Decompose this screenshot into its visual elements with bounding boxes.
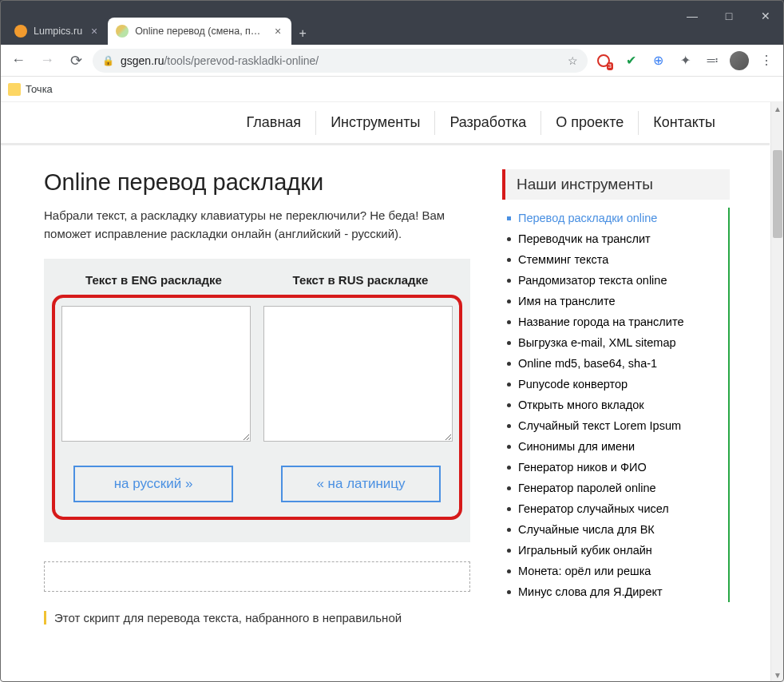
bookmarks-bar: Точка: [0, 77, 784, 102]
eng-textarea[interactable]: [61, 306, 251, 442]
sidebar-item[interactable]: Генератор случайных чисел: [502, 498, 728, 519]
favicon-icon: [14, 25, 27, 38]
scroll-down-icon[interactable]: ▼: [771, 668, 784, 682]
nav-link-dev[interactable]: Разработка: [434, 111, 540, 135]
address-bar[interactable]: 🔒 gsgen.ru/tools/perevod-raskladki-onlin…: [93, 49, 588, 73]
reload-button[interactable]: ⟳: [64, 49, 88, 73]
highlight-frame: на русский » « на латиницу: [52, 295, 462, 520]
to-russian-button[interactable]: на русский »: [73, 466, 233, 502]
eng-column-label: Текст в ENG раскладке: [50, 273, 257, 295]
back-button[interactable]: ←: [6, 49, 30, 73]
scroll-up-icon[interactable]: ▲: [771, 102, 784, 116]
sidebar-item[interactable]: Генератор ников и ФИО: [502, 457, 728, 478]
sidebar-list: Перевод раскладки onlineПереводчик на тр…: [502, 208, 730, 602]
site-nav: Главная Инструменты Разработка О проекте…: [0, 102, 770, 145]
sidebar-item[interactable]: Случайный текст Lorem Ipsum: [502, 415, 728, 436]
sidebar-item[interactable]: Название города на транслите: [502, 311, 728, 332]
sidebar-item[interactable]: Стемминг текста: [502, 249, 728, 270]
sidebar-heading: Наши инструменты: [502, 169, 730, 200]
bookmark-item[interactable]: Точка: [26, 83, 53, 95]
bookmark-star-icon[interactable]: ☆: [568, 54, 578, 67]
browser-tab[interactable]: Lumpics.ru ×: [6, 18, 108, 45]
forward-button[interactable]: →: [35, 49, 59, 73]
close-icon[interactable]: ×: [272, 26, 283, 37]
tab-title: Lumpics.ru: [34, 26, 82, 37]
sidebar-item[interactable]: Рандомизатор текста online: [502, 270, 728, 291]
page-viewport: Главная Инструменты Разработка О проекте…: [0, 102, 770, 682]
rus-column-label: Текст в RUS раскладке: [257, 273, 464, 295]
maximize-button[interactable]: □: [711, 0, 747, 32]
extension-icon[interactable]: 3: [592, 50, 615, 72]
extensions-puzzle-icon[interactable]: ✦: [674, 50, 696, 72]
page-title: Online перевод раскладки: [44, 169, 470, 196]
sidebar-item[interactable]: Перевод раскладки online: [502, 208, 728, 228]
browser-tab-strip: Lumpics.ru × Online перевод (смена, пере…: [0, 13, 784, 45]
folder-icon: [8, 83, 21, 96]
sidebar-item[interactable]: Синонимы для имени: [502, 436, 728, 457]
sidebar-item[interactable]: Случайные числа для ВК: [502, 519, 728, 540]
lock-icon: 🔒: [102, 55, 114, 66]
menu-kebab-icon[interactable]: ⋮: [755, 50, 778, 72]
sidebar-item[interactable]: Имя на транслите: [502, 291, 728, 311]
new-tab-button[interactable]: +: [291, 22, 314, 45]
footer-text: Этот скрипт для перевода текста, набранн…: [44, 611, 470, 625]
sidebar-item[interactable]: Выгрузка e-mail, XML sitemap: [502, 332, 728, 353]
url-text: gsgen.ru/tools/perevod-raskladki-online/: [121, 54, 561, 67]
lead-text: Набрали текст, а раскладку клавиатуры не…: [44, 207, 470, 243]
extension-globe-icon[interactable]: ⊕: [647, 50, 669, 72]
browser-tab-active[interactable]: Online перевод (смена, перекл ×: [108, 18, 291, 45]
sidebar-item[interactable]: Punycode конвертор: [502, 374, 728, 395]
sidebar-item[interactable]: Генератор паролей online: [502, 478, 728, 498]
browser-toolbar: ← → ⟳ 🔒 gsgen.ru/tools/perevod-raskladki…: [0, 45, 784, 77]
sidebar-item[interactable]: Монета: орёл или решка: [502, 561, 728, 581]
sidebar-item[interactable]: Открыть много вкладок: [502, 395, 728, 415]
tool-panel: Текст в ENG раскладке Текст в RUS раскла…: [44, 259, 470, 542]
tab-title: Online перевод (смена, перекл: [135, 26, 266, 37]
close-icon[interactable]: ×: [89, 26, 100, 37]
to-latin-button[interactable]: « на латиницу: [281, 466, 441, 502]
nav-link-about[interactable]: О проекте: [540, 111, 638, 135]
vertical-scrollbar[interactable]: ▲ ▼: [770, 102, 784, 682]
ad-placeholder: [44, 561, 470, 592]
sidebar-item[interactable]: Игральный кубик онлайн: [502, 540, 728, 561]
profile-avatar[interactable]: [728, 50, 750, 72]
nav-link-main[interactable]: Главная: [232, 111, 316, 135]
reading-list-icon[interactable]: ≕: [701, 50, 723, 72]
sidebar-item[interactable]: Переводчик на транслит: [502, 228, 728, 249]
sidebar-item[interactable]: Online md5, base64, sha-1: [502, 353, 728, 374]
favicon-icon: [116, 25, 129, 38]
nav-link-tools[interactable]: Инструменты: [315, 111, 434, 135]
close-window-button[interactable]: ✕: [747, 0, 784, 32]
extension-check-icon[interactable]: ✔: [620, 50, 642, 72]
sidebar-item[interactable]: Минус слова для Я.Директ: [502, 581, 728, 602]
scroll-thumb[interactable]: [773, 150, 782, 238]
nav-link-contacts[interactable]: Контакты: [638, 111, 730, 135]
minimize-button[interactable]: ―: [674, 0, 711, 32]
rus-textarea[interactable]: [263, 306, 453, 442]
